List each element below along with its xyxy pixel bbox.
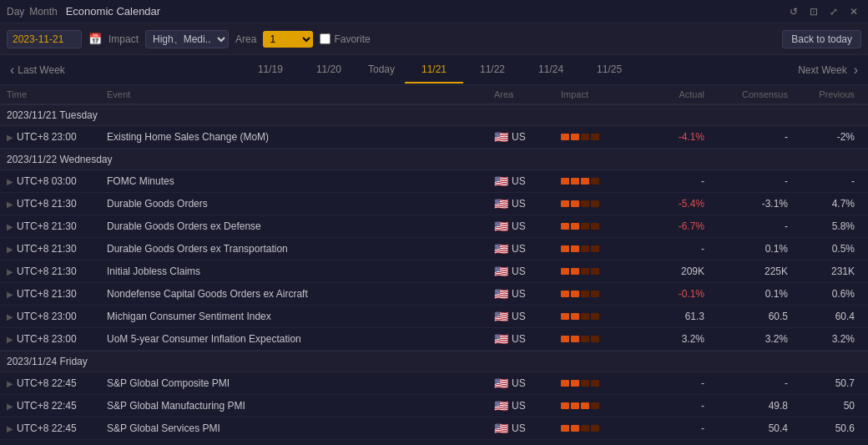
row-expand-icon[interactable]: ▶ [7, 290, 13, 299]
window-controls: ↺ ⊡ ⤢ ✕ [786, 4, 861, 19]
impact-bar [591, 291, 599, 297]
page-title: Economic Calendar [66, 5, 160, 18]
row-expand-icon[interactable]: ▶ [7, 379, 13, 388]
table-row[interactable]: ▶UTC+8 22:45S&P Global Manufacturing PMI… [0, 395, 868, 417]
impact-bar [591, 336, 599, 342]
row-expand-icon[interactable]: ▶ [7, 222, 13, 231]
table-row[interactable]: ▶UTC+8 23:00Existing Home Sales Change (… [0, 126, 868, 149]
nav-date-11-24[interactable]: 11/24 [522, 57, 580, 83]
favorite-filter[interactable]: Favorite [320, 33, 370, 45]
table-row[interactable]: ▶UTC+8 21:30Initial Jobless Claims🇺🇸US20… [0, 260, 868, 283]
calendar-icon[interactable]: 📅 [88, 33, 102, 45]
area-cell: 🇺🇸US [494, 377, 561, 390]
next-week-label[interactable]: Next Week [798, 64, 846, 76]
impact-bar [591, 313, 599, 320]
row-expand-icon[interactable]: ▶ [7, 200, 13, 209]
row-expand-icon[interactable]: ▶ [7, 335, 13, 344]
consensus-cell: 0.1% [711, 243, 795, 255]
area-cell: 🇺🇸US [494, 310, 561, 323]
row-expand-icon[interactable]: ▶ [7, 177, 13, 186]
table-row[interactable]: ▶UTC+8 23:00UoM 5-year Consumer Inflatio… [0, 328, 868, 351]
country-flag: 🇺🇸 [494, 130, 508, 144]
refresh-icon[interactable]: ↺ [786, 4, 801, 19]
nav-date-11-19[interactable]: 11/19 [241, 57, 300, 83]
table-row[interactable]: ▶UTC+8 21:30Nondefense Capital Goods Ord… [0, 283, 868, 306]
nav-date-11-25[interactable]: 11/25 [580, 57, 638, 83]
area-cell: 🇺🇸US [494, 174, 561, 188]
area-code: US [512, 333, 526, 345]
nav-today[interactable]: Today [358, 57, 405, 83]
layout-icon[interactable]: ⊡ [806, 4, 821, 19]
event-cell: Nondefense Capital Goods Orders ex Aircr… [107, 288, 494, 300]
consensus-cell: 225K [711, 265, 795, 277]
favorite-checkbox[interactable] [320, 33, 331, 44]
nav-date-11-21[interactable]: 11/21 [405, 57, 463, 83]
impact-bar [571, 223, 579, 230]
impact-select[interactable]: High、Medi... [145, 30, 229, 48]
area-code: US [512, 175, 526, 187]
impact-cell [561, 178, 644, 185]
impact-bar [581, 134, 589, 140]
area-select[interactable]: 1 [263, 31, 313, 48]
row-expand-icon[interactable]: ▶ [7, 245, 13, 254]
area-label: Area [235, 33, 256, 45]
country-flag: 🇺🇸 [494, 174, 508, 188]
row-expand-icon[interactable]: ▶ [7, 402, 13, 411]
close-icon[interactable]: ✕ [846, 4, 861, 19]
impact-bar [591, 134, 599, 140]
section-header: 2023/11/24 Friday [0, 351, 868, 372]
impact-cell [561, 313, 644, 320]
row-expand-icon[interactable]: ▶ [7, 267, 13, 276]
col-consensus: Consensus [711, 89, 795, 99]
back-to-today-button[interactable]: Back to today [782, 30, 861, 48]
tab-month[interactable]: Month [29, 6, 57, 18]
time-cell: ▶UTC+8 23:00 [7, 311, 107, 322]
row-expand-icon[interactable]: ▶ [7, 312, 13, 321]
consensus-cell: 49.8 [711, 400, 795, 412]
row-expand-icon[interactable]: ▶ [7, 424, 13, 433]
area-code: US [512, 265, 526, 277]
area-cell: 🇺🇸US [494, 287, 561, 301]
impact-cell [561, 336, 644, 342]
event-cell: Initial Jobless Claims [107, 265, 494, 277]
nav-date-11-20[interactable]: 11/20 [300, 57, 358, 83]
country-flag: 🇺🇸 [494, 242, 508, 255]
impact-bar [591, 178, 599, 185]
impact-bar [591, 380, 599, 387]
country-flag: 🇺🇸 [494, 399, 508, 412]
favorite-label-text: Favorite [334, 33, 370, 45]
table-row[interactable]: ▶UTC+8 23:00Michigan Consumer Sentiment … [0, 306, 868, 328]
impact-bar [571, 134, 579, 140]
time-cell: ▶UTC+8 22:45 [7, 422, 107, 434]
table-row[interactable]: ▶UTC+8 22:45S&P Global Services PMI🇺🇸US-… [0, 417, 868, 440]
row-expand-icon[interactable]: ▶ [7, 133, 13, 142]
prev-week-label[interactable]: Last Week [18, 64, 64, 76]
nav-date-11-22[interactable]: 11/22 [463, 57, 522, 83]
table-row[interactable]: ▶UTC+8 22:45S&P Global Composite PMI🇺🇸US… [0, 372, 868, 395]
next-week-nav[interactable]: Next Week › [798, 63, 861, 78]
table-row[interactable]: ▶UTC+8 03:00FOMC Minutes🇺🇸US--- [0, 170, 868, 193]
impact-bar [571, 380, 579, 387]
prev-arrow[interactable]: ‹ [7, 63, 18, 78]
actual-cell: - [644, 377, 711, 389]
actual-cell: -5.4% [644, 198, 711, 210]
table-row[interactable]: ▶UTC+8 21:30Durable Goods Orders🇺🇸US-5.4… [0, 193, 868, 215]
impact-bar [571, 245, 579, 252]
time-cell: ▶UTC+8 23:00 [7, 333, 107, 345]
section-header: 2023/11/21 Tuesday [0, 104, 868, 126]
time-cell: ▶UTC+8 21:30 [7, 220, 107, 232]
impact-bar [581, 178, 589, 185]
impact-bar [581, 402, 589, 409]
consensus-cell: - [711, 131, 795, 143]
impact-bar [581, 268, 589, 275]
actual-cell: 61.3 [644, 311, 711, 322]
table-row[interactable]: ▶UTC+8 21:30Durable Goods Orders ex Tran… [0, 238, 868, 260]
impact-bar [581, 223, 589, 230]
expand-icon[interactable]: ⤢ [826, 4, 841, 19]
date-input[interactable] [7, 30, 82, 48]
next-arrow[interactable]: › [850, 63, 861, 78]
table-row[interactable]: ▶UTC+8 21:30Durable Goods Orders ex Defe… [0, 215, 868, 238]
tab-day[interactable]: Day [7, 6, 24, 18]
impact-bar [581, 380, 589, 387]
area-cell: 🇺🇸US [494, 220, 561, 233]
